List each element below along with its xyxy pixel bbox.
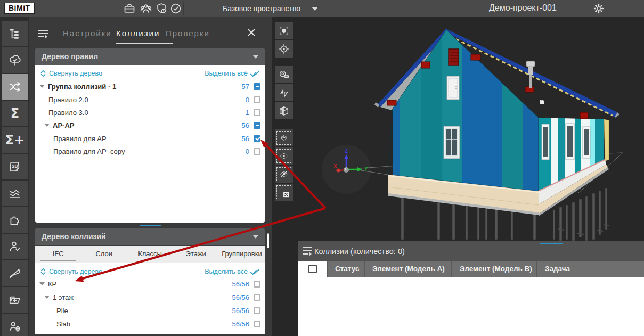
collision-count: 57: [242, 83, 249, 91]
row-checkbox[interactable]: [254, 122, 260, 129]
tab-collisions[interactable]: Коллизии: [116, 29, 160, 38]
user-location-icon[interactable]: [2, 314, 28, 336]
panel-resize-handle[interactable]: [140, 225, 161, 226]
tree-row[interactable]: Slab 56/56: [35, 317, 265, 330]
check-circle-icon[interactable]: [169, 2, 183, 15]
collapse-tree-icon[interactable]: [39, 69, 47, 78]
roof-vent: [449, 49, 459, 65]
select-all-link[interactable]: Выделить всё: [205, 268, 248, 275]
collisions-results-panel: Коллизии (количество: 0) Статус Элемент …: [298, 241, 644, 336]
dashed-frame: [276, 185, 291, 199]
results-table-body: [298, 277, 644, 336]
tree-row[interactable]: Pile 56/56: [35, 304, 265, 317]
caret-icon[interactable]: [39, 282, 45, 285]
collision-count: 0: [246, 96, 249, 104]
gear-icon[interactable]: [593, 3, 605, 14]
tab-ifc[interactable]: IFC: [35, 246, 81, 263]
collision-count: 0: [246, 147, 249, 155]
measure-icon[interactable]: [275, 66, 293, 83]
column-element-a[interactable]: Элемент (Модель A): [364, 261, 451, 277]
attic-door: [447, 76, 459, 100]
select-all-link[interactable]: Выделить всё: [205, 70, 248, 77]
caret-icon[interactable]: [39, 85, 45, 88]
corner-strip: [604, 119, 609, 161]
caret-icon[interactable]: [44, 124, 50, 127]
isolate-selection-icon[interactable]: [275, 129, 293, 146]
nature-tree-icon[interactable]: [2, 47, 28, 73]
collisions-tree-header[interactable]: Дерево коллизий: [35, 228, 265, 245]
clear-selection-icon[interactable]: [275, 184, 293, 201]
tab-layers[interactable]: Слои: [81, 246, 127, 263]
team-icon[interactable]: [139, 2, 153, 15]
project-title: Демо-проект-001: [489, 3, 557, 13]
plugin-icon[interactable]: [2, 207, 28, 233]
doc-2d-icon[interactable]: 2D: [2, 154, 28, 179]
panel-scrollbar[interactable]: [267, 233, 269, 248]
panel-menu-icon[interactable]: [38, 30, 48, 37]
row-checkbox[interactable]: [254, 281, 260, 288]
rules-tree-title: Дерево правил: [42, 52, 98, 61]
app-logo: BiMiT: [4, 3, 35, 14]
collapse-tree-link[interactable]: Свернуть дерево: [49, 268, 102, 275]
tab-floors[interactable]: Этажи: [173, 246, 219, 263]
briefcase-icon[interactable]: [123, 2, 136, 15]
select-all-icon[interactable]: [250, 70, 260, 78]
panel-menu-icon[interactable]: [303, 247, 312, 255]
tree-row[interactable]: Правило 3.0 1: [35, 106, 265, 119]
section-box-icon[interactable]: [275, 102, 293, 119]
section-plane-icon[interactable]: [275, 84, 293, 101]
tab-classes[interactable]: Классы: [127, 246, 173, 263]
shield-badge-icon[interactable]: [154, 2, 168, 15]
column-status[interactable]: Статус: [327, 261, 364, 277]
row-checkbox[interactable]: [254, 96, 260, 103]
tree-row[interactable]: АР-АР 56: [35, 119, 265, 132]
column-element-b[interactable]: Элемент (Модель B): [451, 261, 536, 277]
row-checkbox[interactable]: [254, 321, 260, 327]
tree-row-label: Группа коллизий - 1: [48, 83, 116, 91]
fit-view-icon[interactable]: [275, 22, 293, 39]
hide-selection-icon[interactable]: [275, 166, 293, 183]
tree-row[interactable]: КР 56/56: [35, 277, 265, 290]
folder-export-icon[interactable]: [2, 287, 28, 313]
select-all-icon[interactable]: [250, 268, 260, 276]
show-selection-icon[interactable]: [275, 147, 293, 165]
dashed-frame: [276, 131, 291, 145]
tree-row[interactable]: Правило 2.0 0: [35, 93, 265, 106]
caret-icon[interactable]: [44, 296, 50, 299]
row-checkbox[interactable]: [254, 148, 260, 155]
row-checkbox[interactable]: [254, 135, 260, 142]
tree-row[interactable]: Правило для АР 56: [35, 132, 265, 145]
locate-icon[interactable]: [275, 40, 293, 58]
tree-row[interactable]: Правило для АР_copy 0: [35, 145, 265, 158]
row-checkbox[interactable]: [254, 83, 260, 90]
row-checkbox[interactable]: [254, 294, 260, 301]
sigma-glyph: Σ: [11, 107, 19, 120]
model-structure-icon[interactable]: [2, 21, 28, 46]
tree-row[interactable]: 1 этаж 56/56: [35, 291, 265, 304]
workspace-selector[interactable]: Базовое пространство: [223, 4, 300, 13]
row-checkbox[interactable]: [254, 307, 260, 314]
chart-lines-icon[interactable]: [2, 181, 28, 206]
tree-row[interactable]: Группа коллизий - 1 57: [35, 80, 265, 93]
collapse-tree-link[interactable]: Свернуть дерево: [49, 70, 102, 77]
sigma-icon[interactable]: Σ: [2, 101, 28, 126]
rules-tree-header[interactable]: Дерево правил: [35, 48, 265, 65]
tab-checks[interactable]: Проверки: [166, 29, 210, 38]
tree-row-label: КР: [48, 280, 56, 288]
column-task[interactable]: Задача: [536, 261, 644, 277]
close-icon[interactable]: [247, 28, 257, 38]
select-all-checkbox[interactable]: [308, 265, 317, 273]
trowel-icon[interactable]: [2, 260, 28, 286]
gizmo-y-label: Y: [364, 166, 368, 172]
user-check-icon[interactable]: [2, 234, 28, 259]
chevron-down-icon[interactable]: [312, 7, 318, 11]
tab-groupings[interactable]: Группировки: [219, 246, 265, 263]
tree-row-label: Правило для АР: [53, 135, 107, 143]
tab-settings[interactable]: Настройки: [63, 29, 112, 38]
panel-resize-handle[interactable]: [540, 243, 563, 244]
sigma-plus-icon[interactable]: Σ+: [2, 127, 28, 153]
collapse-tree-icon[interactable]: [39, 267, 47, 276]
row-checkbox[interactable]: [254, 109, 260, 116]
tree-row-label: Правило 3.0: [48, 109, 88, 117]
clash-detection-icon[interactable]: [2, 74, 28, 100]
